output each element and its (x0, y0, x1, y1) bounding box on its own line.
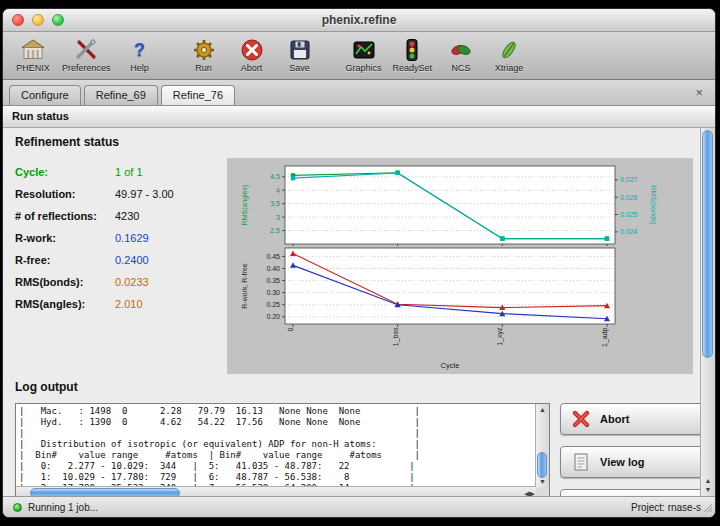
toolbar-phenix-button[interactable]: PHENIX (9, 37, 57, 74)
run-status-header: Run status (3, 106, 715, 128)
stat-label: # of reflections: (15, 210, 115, 222)
stat-value: 0.2400 (115, 254, 149, 266)
stat-label: RMS(angles): (15, 298, 115, 310)
toolbar-help-button[interactable]: ? Help (116, 37, 164, 74)
traffic-light-icon (399, 38, 425, 62)
toolbar-label: Run (195, 63, 212, 73)
job-status-text: Running 1 job... (28, 502, 98, 513)
svg-text:0.026: 0.026 (620, 194, 638, 201)
tab-bar: Configure Refine_69 Refine_76 × (3, 80, 715, 106)
toolbar-label: NCS (452, 63, 471, 73)
graphics-icon (351, 38, 377, 62)
refinement-chart-svg: 2.533.544.50.0240.0250.0260.027RMS(bonds… (227, 158, 693, 374)
toolbar: PHENIX Preferences ? Help (3, 32, 715, 80)
window-title: phenix.refine (3, 9, 715, 31)
svg-text:0.30: 0.30 (266, 289, 280, 296)
scrollbar-corner (536, 487, 549, 496)
toolbar-save-button[interactable]: Save (276, 37, 324, 74)
main-scroll-thumb[interactable] (702, 130, 713, 358)
tab-close-icon[interactable]: × (689, 84, 709, 102)
toolbar-preferences-button[interactable]: Preferences (57, 37, 116, 74)
svg-text:2.5: 2.5 (270, 227, 280, 234)
abort-button[interactable]: Abort (560, 403, 706, 435)
titlebar: phenix.refine (3, 9, 715, 32)
abort-x-icon (570, 408, 592, 430)
toolbar-label: Abort (241, 63, 263, 73)
svg-text:R-work, R-free: R-work, R-free (241, 263, 248, 309)
log-output-title: Log output (15, 380, 694, 394)
refinement-status-title: Refinement status (15, 135, 694, 149)
toolbar-xtriage-button[interactable]: Xtriage (485, 37, 533, 74)
scroll-left-right-icons[interactable]: ◀▶ (524, 487, 535, 496)
stat-value: 0.1629 (115, 232, 149, 244)
stat-resolution: Resolution: 49.97 - 3.00 (15, 188, 227, 200)
toolbar-abort-button[interactable]: Abort (228, 37, 276, 74)
content-inner: Refinement status Cycle: 1 of 1 Resoluti… (3, 128, 700, 496)
stat-label: Resolution: (15, 188, 115, 200)
resize-grip-icon[interactable] (701, 501, 713, 515)
stat-rms-angles: RMS(angles): 2.010 (15, 298, 227, 310)
svg-text:0.25: 0.25 (266, 301, 280, 308)
svg-text:0.40: 0.40 (266, 265, 280, 272)
stat-cycle: Cycle: 1 of 1 (15, 166, 227, 178)
toolbar-label: Graphics (346, 63, 382, 73)
svg-text:RMS(angles): RMS(angles) (241, 185, 249, 226)
log-action-buttons: Abort (560, 403, 706, 496)
stat-label: RMS(bonds): (15, 276, 115, 288)
main-vertical-scrollbar[interactable]: ▲▼ (700, 128, 715, 496)
stat-r-free: R-free: 0.2400 (15, 254, 227, 266)
refinement-chart-panel: 2.533.544.50.0240.0250.0260.027RMS(bonds… (227, 158, 693, 374)
svg-text:3: 3 (276, 214, 280, 221)
tab-configure[interactable]: Configure (9, 85, 81, 105)
refinement-status-section: Refinement status Cycle: 1 of 1 Resoluti… (3, 128, 700, 374)
toolbar-run-button[interactable]: Run (180, 37, 228, 74)
stat-value: 0.0233 (115, 276, 149, 288)
stat-reflections: # of reflections: 4230 (15, 210, 227, 222)
svg-text:0.027: 0.027 (620, 176, 638, 183)
scroll-up-icon[interactable]: ▲ (536, 404, 549, 415)
log-vscroll-thumb[interactable] (537, 452, 547, 478)
toolbar-graphics-button[interactable]: Graphics (340, 37, 388, 74)
log-output-box[interactable]: | Mac. : 1498 0 2.28 79.79 16.13 None No… (15, 403, 550, 496)
svg-text:0.35: 0.35 (266, 277, 280, 284)
svg-text:1_bss: 1_bss (392, 327, 400, 346)
show-graphics-button[interactable]: Show graphics (560, 489, 706, 496)
tab-refine-76[interactable]: Refine_76 (161, 85, 235, 105)
tools-icon (73, 38, 99, 62)
svg-text:1_adp: 1_adp (601, 327, 609, 347)
svg-text:Cycle: Cycle (441, 361, 460, 370)
gear-icon (191, 38, 217, 62)
svg-text:4.5: 4.5 (270, 173, 280, 180)
stat-value: 2.010 (115, 298, 143, 310)
toolbar-ncs-button[interactable]: NCS (437, 37, 485, 74)
scroll-down-icon[interactable]: ▼ (536, 476, 549, 487)
help-question-icon: ? (127, 38, 153, 62)
phenix-temple-icon (20, 38, 46, 62)
main-scroll-arrows[interactable]: ▲▼ (701, 476, 715, 494)
svg-text:3.5: 3.5 (270, 200, 280, 207)
toolbar-readyset-button[interactable]: ReadySet (388, 37, 438, 74)
project-label: Project: rnase-s (631, 502, 701, 513)
stat-label: Cycle: (15, 166, 115, 178)
svg-text:0.024: 0.024 (620, 228, 638, 235)
running-indicator-icon (13, 503, 22, 512)
log-output-section: Log output | Mac. : 1498 0 2.28 79.79 16… (3, 374, 700, 496)
toolbar-label: Save (289, 63, 310, 73)
stat-r-work: R-work: 0.1629 (15, 232, 227, 244)
log-hscroll-thumb[interactable] (30, 488, 180, 496)
ncs-symmetry-icon (448, 38, 474, 62)
log-horizontal-scrollbar[interactable]: ◀▶ (16, 486, 536, 496)
log-text: | Mac. : 1498 0 2.28 79.79 16.13 None No… (16, 404, 549, 496)
tab-refine-69[interactable]: Refine_69 (84, 85, 158, 105)
view-log-button[interactable]: View log (560, 446, 706, 478)
svg-text:1_xyz: 1_xyz (496, 327, 504, 346)
log-vertical-scrollbar[interactable]: ▲ ▼ (535, 404, 549, 487)
abort-button-label: Abort (600, 413, 629, 425)
svg-text:0.20: 0.20 (266, 313, 280, 320)
toolbar-label: Preferences (62, 63, 111, 73)
stat-value: 4230 (115, 210, 139, 222)
xtriage-leaf-icon (496, 38, 522, 62)
svg-text:0: 0 (287, 327, 294, 331)
stat-value: 49.97 - 3.00 (115, 188, 174, 200)
svg-text:0.025: 0.025 (620, 211, 638, 218)
